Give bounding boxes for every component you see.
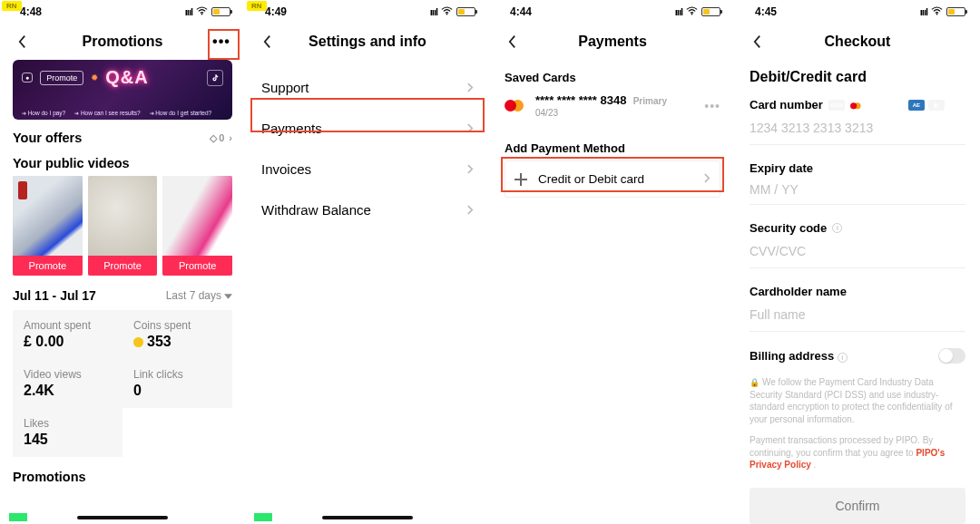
chevron-right-icon bbox=[467, 80, 474, 95]
promo-banner[interactable]: ● Promote ✹ Q&A How do I pay?How can I s… bbox=[13, 60, 232, 120]
battery-icon bbox=[456, 7, 475, 16]
row-withdraw[interactable]: Withdraw Balance bbox=[245, 189, 490, 230]
wifi-icon bbox=[196, 5, 208, 18]
chevron-right-icon bbox=[704, 172, 710, 186]
form-title: Debit/Credit card bbox=[750, 60, 965, 98]
battery-icon bbox=[946, 7, 965, 16]
jcb-icon: JCB bbox=[888, 100, 905, 111]
row-invoices[interactable]: Invoices bbox=[245, 149, 490, 189]
mastercard-icon bbox=[848, 100, 865, 111]
saved-cards-heading: Saved Cards bbox=[490, 60, 735, 90]
promote-button[interactable]: Promote bbox=[88, 256, 158, 276]
card-expiry: 04/23 bbox=[535, 108, 667, 118]
qa-neon-text: Q&A bbox=[105, 67, 148, 88]
visa-icon: VISA bbox=[828, 100, 845, 111]
back-button[interactable] bbox=[748, 33, 766, 51]
add-card-row[interactable]: Credit or Debit card bbox=[505, 160, 720, 198]
promote-chip: Promote bbox=[40, 71, 83, 85]
status-time: 4:44 bbox=[510, 5, 532, 18]
status-bar: 4:45 ıııl bbox=[735, 0, 980, 24]
card-brand-icons: VISA ●● JCB AE ◐ bbox=[828, 100, 945, 111]
nav-bar: Promotions ••• bbox=[0, 24, 245, 60]
security-label: Security codei bbox=[750, 221, 965, 235]
back-button[interactable] bbox=[258, 33, 276, 51]
add-method-heading: Add Payment Method bbox=[490, 131, 735, 160]
chevron-down-icon bbox=[224, 289, 232, 302]
annotation-marker bbox=[254, 513, 272, 521]
status-bar: 4:44 ıııl bbox=[490, 0, 735, 24]
annotation-marker bbox=[9, 513, 27, 521]
stat-likes: Likes145 bbox=[13, 408, 122, 457]
signal-icon: ıııl bbox=[675, 6, 682, 17]
saved-card-row[interactable]: **** **** **** 8348 Primary 04/23 ••• bbox=[490, 90, 735, 118]
video-tile[interactable]: Promote bbox=[13, 176, 83, 276]
public-videos-heading: Your public videos bbox=[13, 156, 130, 170]
stat-amount-spent: Amount spent£ 0.00 bbox=[13, 310, 122, 359]
battery-icon bbox=[211, 7, 230, 16]
amex-icon: AE bbox=[908, 100, 925, 111]
mastercard-icon bbox=[505, 99, 526, 113]
more-button[interactable]: ••• bbox=[211, 31, 232, 53]
screen-settings: RN 4:49 ıııl Settings and info Support P… bbox=[245, 0, 490, 524]
svg-point-3 bbox=[936, 14, 938, 15]
card-number-label: Card number VISA ●● JCB AE ◐ bbox=[750, 98, 965, 112]
expiry-field[interactable]: MM/YY bbox=[750, 175, 965, 205]
signal-icon: ıııl bbox=[185, 6, 192, 17]
card-number-field[interactable]: 1234 3213 2313 3213 bbox=[750, 112, 965, 145]
tiktok-icon bbox=[207, 70, 223, 86]
range-select[interactable]: Last 7 days bbox=[166, 289, 232, 302]
disclaimer-security: 🔒We follow the Payment Card Industry Dat… bbox=[750, 376, 965, 425]
status-time: 4:49 bbox=[265, 5, 287, 18]
status-bar: 4:49 ıııl bbox=[245, 0, 490, 24]
status-bar: 4:48 ıııl bbox=[0, 0, 245, 24]
stat-coins-spent: Coins spent353 bbox=[122, 310, 232, 359]
billing-toggle[interactable] bbox=[938, 348, 965, 364]
info-icon[interactable]: i bbox=[832, 223, 842, 233]
promotions-heading: Promotions bbox=[13, 470, 86, 484]
wifi-icon bbox=[441, 5, 453, 18]
confirm-button[interactable]: Confirm bbox=[750, 488, 965, 524]
back-button[interactable] bbox=[13, 33, 31, 51]
chevron-right-icon bbox=[467, 202, 474, 218]
video-tile[interactable]: Promote bbox=[88, 176, 158, 276]
promote-button[interactable]: Promote bbox=[162, 256, 232, 276]
stat-video-views: Video views2.4K bbox=[13, 359, 122, 408]
more-icon: ••• bbox=[212, 34, 230, 49]
diners-icon: ◐ bbox=[928, 100, 945, 111]
row-support[interactable]: Support bbox=[245, 67, 490, 108]
info-icon[interactable]: i bbox=[838, 353, 848, 363]
home-indicator[interactable] bbox=[322, 516, 413, 519]
row-payments[interactable]: Payments bbox=[245, 108, 490, 149]
page-title: Payments bbox=[490, 34, 735, 50]
home-indicator[interactable] bbox=[77, 516, 168, 519]
banner-links: How do I pay?How can I see results?How d… bbox=[22, 110, 223, 116]
wifi-icon bbox=[931, 5, 943, 18]
security-field[interactable]: CVV/CVC bbox=[750, 235, 965, 268]
back-button[interactable] bbox=[503, 33, 521, 51]
stat-link-clicks: Link clicks0 bbox=[122, 359, 232, 408]
status-time: 4:48 bbox=[20, 5, 42, 18]
page-title: Promotions bbox=[0, 34, 245, 50]
date-range: Jul 11 - Jul 17 bbox=[13, 288, 96, 303]
cardholder-label: Cardholder name bbox=[750, 285, 965, 298]
plus-icon bbox=[514, 173, 527, 186]
rn-badge: RN bbox=[2, 1, 22, 11]
card-more-button[interactable]: ••• bbox=[704, 99, 720, 113]
video-tile[interactable]: Promote bbox=[162, 176, 232, 276]
page-title: Checkout bbox=[735, 34, 980, 50]
ticket-icon: ◇ bbox=[210, 132, 217, 144]
battery-icon bbox=[701, 7, 720, 16]
expiry-label: Expiry date bbox=[750, 161, 965, 175]
chevron-right-icon bbox=[467, 121, 474, 136]
svg-point-1 bbox=[446, 14, 448, 15]
stats-grid: Amount spent£ 0.00 Coins spent353 Video … bbox=[0, 310, 245, 457]
signal-icon: ıııl bbox=[430, 6, 437, 17]
cardholder-field[interactable]: Full name bbox=[750, 298, 965, 332]
maestro-icon: ●● bbox=[868, 100, 885, 111]
lock-icon: 🔒 bbox=[750, 378, 760, 387]
offers-count[interactable]: ◇0 › bbox=[210, 132, 232, 144]
promote-button[interactable]: Promote bbox=[13, 256, 83, 276]
coin-icon bbox=[133, 337, 143, 347]
status-time: 4:45 bbox=[755, 5, 777, 18]
promote-chip-small: ● bbox=[22, 73, 33, 82]
